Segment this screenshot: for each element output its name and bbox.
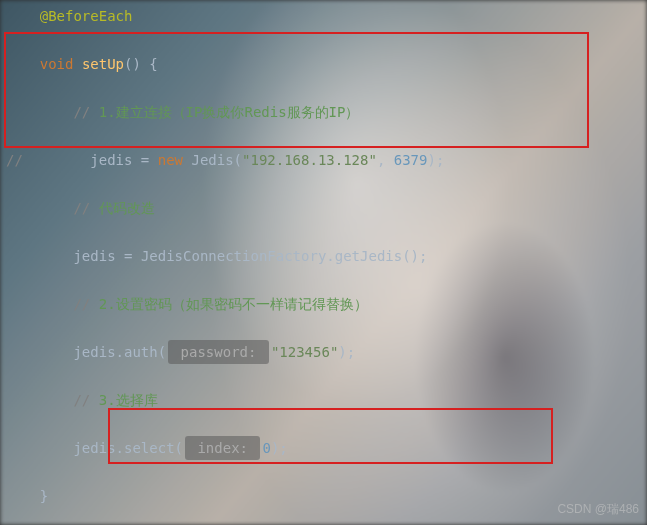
comment: // [73, 296, 98, 312]
comment-text: 3.选择库 [99, 392, 158, 408]
number-zero: 0 [262, 440, 270, 456]
assign-new: jedis = [73, 248, 140, 264]
punc: () { [124, 56, 158, 72]
close: ); [427, 152, 444, 168]
comment: // [73, 200, 98, 216]
comma: , [377, 152, 394, 168]
number-port: 6379 [394, 152, 428, 168]
auth-end: ); [338, 344, 355, 360]
keyword-void: void [40, 56, 74, 72]
auth-call: jedis.auth( [73, 344, 166, 360]
comment: // [73, 392, 98, 408]
keyword-new: new [158, 152, 183, 168]
comment-text: 2.设置密码（如果密码不一样请记得替换） [99, 296, 368, 312]
string-ip: "192.168.13.128" [242, 152, 377, 168]
string-password: "123456" [271, 344, 338, 360]
select-call: jedis.select( [73, 440, 183, 456]
watermark: CSDN @瑞486 [557, 497, 639, 521]
method-getjedis: getJedis [335, 248, 402, 264]
type-factory: JedisConnectionFactory [141, 248, 326, 264]
method-name-setup: setUp [82, 56, 124, 72]
param-hint-password: password: [168, 340, 269, 364]
ctor-call: Jedis( [183, 152, 242, 168]
comment: // [73, 104, 98, 120]
select-end: ); [271, 440, 288, 456]
comment-marker: // [6, 152, 23, 168]
comment-text: 1.建立连接（IP换成你Redis服务的IP） [99, 104, 360, 120]
brace-close: } [40, 488, 48, 504]
param-hint-index: index: [185, 436, 260, 460]
annotation-before-each: @BeforeEach [40, 8, 133, 24]
assign-old: jedis = [90, 152, 157, 168]
dot: . [326, 248, 334, 264]
comment-text: 代码改造 [99, 200, 155, 216]
code-editor[interactable]: @BeforeEach void setUp() { // 1.建立连接（IP换… [0, 0, 647, 525]
call-end: (); [402, 248, 427, 264]
